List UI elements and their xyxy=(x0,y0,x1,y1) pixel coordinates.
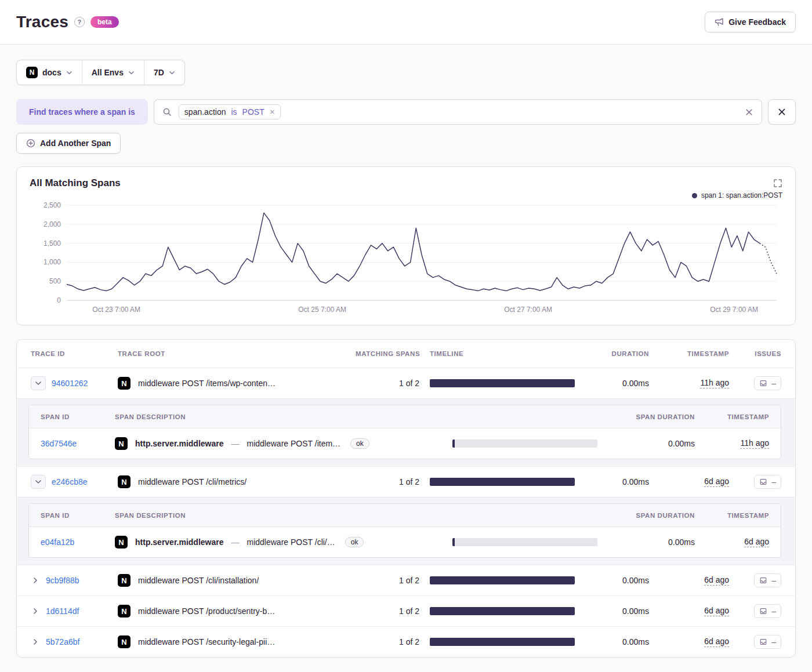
legend-label: span 1: span.action:POST xyxy=(701,191,782,199)
filter-token-remove-icon[interactable]: ✕ xyxy=(270,108,275,116)
span-search-input[interactable]: span.action is POST ✕ xyxy=(154,99,762,125)
close-icon xyxy=(777,107,786,117)
issues-indicator[interactable]: – xyxy=(754,573,781,587)
span-timestamp-value[interactable]: 11h ago xyxy=(740,438,769,449)
span-query-row: Find traces where a span is span.action … xyxy=(16,99,796,125)
traces-table: TRACE ID TRACE ROOT MATCHING SPANS TIMEL… xyxy=(16,339,796,658)
issues-indicator[interactable]: – xyxy=(754,604,781,618)
col-timestamp: TIMESTAMP xyxy=(659,350,729,357)
col-span-timestamp: TIMESTAMP xyxy=(705,512,769,519)
filter-token[interactable]: span.action is POST ✕ xyxy=(179,104,281,119)
collapse-row-button[interactable] xyxy=(31,376,46,390)
span-description-label: middleware POST /cli/… xyxy=(247,537,335,547)
trace-root-label: middleware POST /product/sentry-b… xyxy=(138,606,275,616)
span-row: 36d7546e N http.server.middleware — midd… xyxy=(29,428,781,459)
platform-icon: N xyxy=(118,574,130,587)
issues-indicator[interactable]: – xyxy=(754,475,781,489)
remove-span-query-button[interactable] xyxy=(768,99,796,125)
issues-icon xyxy=(759,638,767,646)
trace-root-label: middleware POST /security-legal-pii… xyxy=(138,637,275,646)
timeline-bar[interactable] xyxy=(430,638,575,646)
issues-icon xyxy=(759,607,767,615)
duration-value: 0.00ms xyxy=(585,606,649,616)
search-icon xyxy=(162,107,172,117)
duration-value: 0.00ms xyxy=(585,379,649,388)
trace-id-link[interactable]: 94601262 xyxy=(52,379,88,388)
beta-badge: beta xyxy=(90,16,119,28)
timeline-bar[interactable] xyxy=(430,478,575,486)
issues-icon xyxy=(759,379,767,387)
filter-token-key: span.action xyxy=(184,107,226,117)
table-header-row: TRACE ID TRACE ROOT MATCHING SPANS TIMEL… xyxy=(17,340,795,368)
col-span-description: SPAN DESCRIPTION xyxy=(115,413,442,420)
environment-selector[interactable]: All Envs xyxy=(82,60,144,85)
filter-token-value: POST xyxy=(242,107,264,117)
issues-indicator[interactable]: – xyxy=(754,376,781,390)
span-id-link[interactable]: 36d7546e xyxy=(41,439,77,448)
timestamp-value[interactable]: 6d ago xyxy=(704,575,729,586)
trace-root-label: middleware POST /items/wp-conten… xyxy=(138,379,276,388)
span-op-label: http.server.middleware xyxy=(135,537,224,547)
span-row: e04fa12b N http.server.middleware — midd… xyxy=(29,527,781,557)
span-duration-value: 0.00ms xyxy=(608,537,695,547)
span-duration-value: 0.00ms xyxy=(608,439,695,448)
project-platform-icon: N xyxy=(26,67,38,78)
give-feedback-button[interactable]: Give Feedback xyxy=(705,12,796,32)
timeline-bar[interactable] xyxy=(430,576,575,584)
trace-id-link[interactable]: 1d6114df xyxy=(46,606,79,616)
matching-spans-count: 1 of 2 xyxy=(356,637,419,646)
clear-search-icon[interactable] xyxy=(745,108,753,117)
col-trace-id: TRACE ID xyxy=(31,350,107,357)
col-trace-root: TRACE ROOT xyxy=(118,350,345,357)
col-span-id: SPAN ID xyxy=(41,512,104,519)
page-title: Traces xyxy=(16,13,68,31)
issues-count: – xyxy=(771,576,776,585)
date-range-selector[interactable]: 7D xyxy=(144,60,184,85)
expand-chart-icon[interactable] xyxy=(773,179,782,188)
megaphone-icon xyxy=(715,17,724,27)
add-another-span-label: Add Another Span xyxy=(40,139,111,148)
span-timestamp-value[interactable]: 6d ago xyxy=(744,537,769,547)
spans-chart[interactable]: 05001,0001,5002,0002,500Oct 23 7:00 AMOc… xyxy=(30,201,782,317)
chevron-down-icon xyxy=(169,70,175,76)
expand-row-button[interactable] xyxy=(31,577,40,584)
add-another-span-button[interactable]: Add Another Span xyxy=(16,133,121,154)
project-selector[interactable]: N docs xyxy=(17,60,82,85)
trace-id-link[interactable]: 9cb9f88b xyxy=(46,576,79,585)
issues-indicator[interactable]: – xyxy=(754,635,781,649)
matching-spans-count: 1 of 2 xyxy=(356,379,419,388)
span-description-label: middleware POST /item… xyxy=(247,439,341,448)
span-timeline-bar[interactable] xyxy=(452,439,597,448)
svg-text:500: 500 xyxy=(49,277,61,285)
timestamp-value[interactable]: 6d ago xyxy=(704,637,729,647)
platform-icon: N xyxy=(118,377,130,390)
timestamp-value[interactable]: 6d ago xyxy=(704,606,729,616)
separator: — xyxy=(231,537,240,547)
page-header: Traces ? beta Give Feedback xyxy=(0,0,812,45)
give-feedback-label: Give Feedback xyxy=(728,17,786,27)
expand-row-button[interactable] xyxy=(31,608,40,615)
expanded-span-section: SPAN ID SPAN DESCRIPTION SPAN DURATION T… xyxy=(17,497,795,565)
help-icon[interactable]: ? xyxy=(74,17,85,27)
timeline-bar[interactable] xyxy=(430,607,575,615)
span-table-header-row: SPAN ID SPAN DESCRIPTION SPAN DURATION T… xyxy=(29,504,781,527)
expand-row-button[interactable] xyxy=(31,638,40,645)
collapse-row-button[interactable] xyxy=(31,475,46,489)
svg-text:2,000: 2,000 xyxy=(44,220,61,228)
trace-root-label: middleware POST /cli/installation/ xyxy=(138,576,259,585)
matching-spans-count: 1 of 2 xyxy=(356,606,419,616)
timestamp-value[interactable]: 6d ago xyxy=(704,477,729,487)
chart-legend: span 1: span.action:POST xyxy=(30,190,782,201)
timeline-bar[interactable] xyxy=(430,379,575,387)
issues-count: – xyxy=(771,606,776,616)
platform-icon: N xyxy=(118,475,130,488)
status-badge: ok xyxy=(345,537,364,547)
span-timeline-bar[interactable] xyxy=(452,538,597,546)
issues-count: – xyxy=(771,379,776,388)
trace-id-link[interactable]: e246cb8e xyxy=(52,477,88,486)
all-matching-spans-panel: All Matching Spans span 1: span.action:P… xyxy=(16,166,796,325)
trace-id-link[interactable]: 5b72a6bf xyxy=(46,637,79,646)
timestamp-value[interactable]: 11h ago xyxy=(700,378,729,388)
span-id-link[interactable]: e04fa12b xyxy=(41,537,74,547)
matching-spans-count: 1 of 2 xyxy=(356,576,419,585)
